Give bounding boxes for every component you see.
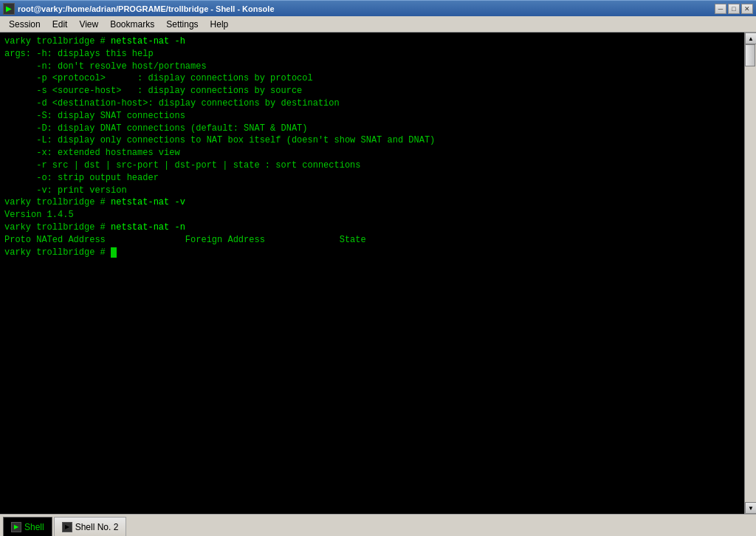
title-bar-left: ▶ root@varky:/home/adrian/PROGRAME/troll…	[3, 3, 275, 15]
scroll-track[interactable]	[745, 44, 756, 502]
close-button[interactable]: ✕	[741, 4, 753, 14]
menu-settings[interactable]: Settings	[160, 18, 204, 31]
window-title: root@varky:/home/adrian/PROGRAME/trollbr…	[18, 4, 275, 13]
scroll-up-button[interactable]: ▲	[745, 32, 756, 44]
menu-bar: Session Edit View Bookmarks Settings Hel…	[0, 16, 756, 32]
scroll-thumb[interactable]	[745, 44, 755, 66]
scroll-down-button[interactable]: ▼	[745, 502, 756, 514]
menu-bookmarks[interactable]: Bookmarks	[104, 18, 160, 31]
tab-shell-1[interactable]: ▶ Shell	[3, 517, 52, 536]
terminal-text: varky trollbridge # netstat-nat -h args:…	[4, 35, 740, 258]
tab-shell-2[interactable]: ▶ Shell No. 2	[54, 517, 127, 536]
tab-shell-1-label: Shell	[24, 522, 44, 532]
terminal-output[interactable]: varky trollbridge # netstat-nat -h args:…	[0, 32, 744, 514]
app-icon: ▶	[3, 3, 15, 15]
menu-session[interactable]: Session	[3, 18, 47, 31]
tab-shell-1-icon: ▶	[11, 522, 21, 532]
tab-bar: ▶ Shell ▶ Shell No. 2	[0, 514, 756, 536]
tab-shell-2-label: Shell No. 2	[75, 522, 119, 532]
menu-view[interactable]: View	[73, 18, 104, 31]
terminal-container: varky trollbridge # netstat-nat -h args:…	[0, 32, 756, 514]
scrollbar[interactable]: ▲ ▼	[744, 32, 756, 514]
window-controls: ─ □ ✕	[715, 4, 753, 14]
menu-edit[interactable]: Edit	[47, 18, 74, 31]
title-bar: ▶ root@varky:/home/adrian/PROGRAME/troll…	[0, 0, 756, 16]
maximize-button[interactable]: □	[728, 4, 740, 14]
tab-shell-2-icon: ▶	[62, 522, 72, 532]
minimize-button[interactable]: ─	[715, 4, 726, 14]
menu-help[interactable]: Help	[205, 18, 235, 31]
